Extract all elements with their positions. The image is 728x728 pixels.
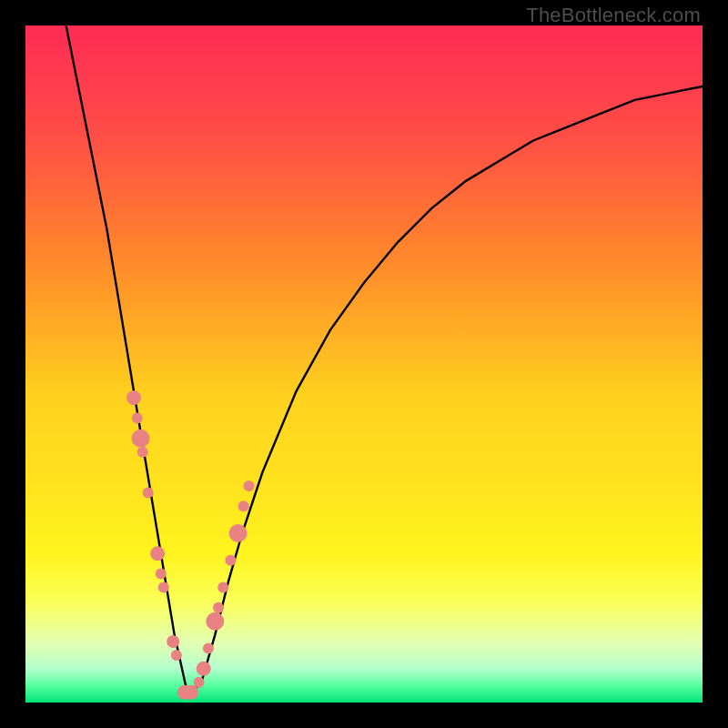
marker-point: [150, 546, 165, 561]
plot-area: [25, 25, 703, 703]
marker-point: [217, 582, 228, 593]
marker-point: [225, 555, 236, 566]
marker-point: [171, 650, 182, 661]
marker-point: [132, 413, 143, 424]
marker-point: [194, 677, 205, 688]
marker-point: [213, 602, 224, 613]
marker-group: [126, 390, 255, 700]
marker-point: [238, 500, 249, 511]
marker-point: [156, 569, 167, 580]
marker-point: [229, 524, 248, 542]
marker-point: [137, 447, 148, 458]
marker-point: [206, 612, 224, 631]
marker-point: [184, 685, 198, 700]
marker-point: [244, 480, 255, 491]
curve-layer: [25, 25, 703, 703]
marker-point: [132, 430, 150, 448]
marker-point: [197, 662, 211, 676]
marker-point: [143, 487, 154, 498]
watermark-text: TheBottleneck.com: [526, 4, 701, 27]
marker-point: [126, 390, 141, 405]
marker-point: [158, 582, 169, 593]
marker-point: [203, 643, 214, 654]
chart-frame: TheBottleneck.com: [0, 0, 728, 728]
bottleneck-curve: [66, 25, 703, 696]
marker-point: [167, 635, 179, 648]
